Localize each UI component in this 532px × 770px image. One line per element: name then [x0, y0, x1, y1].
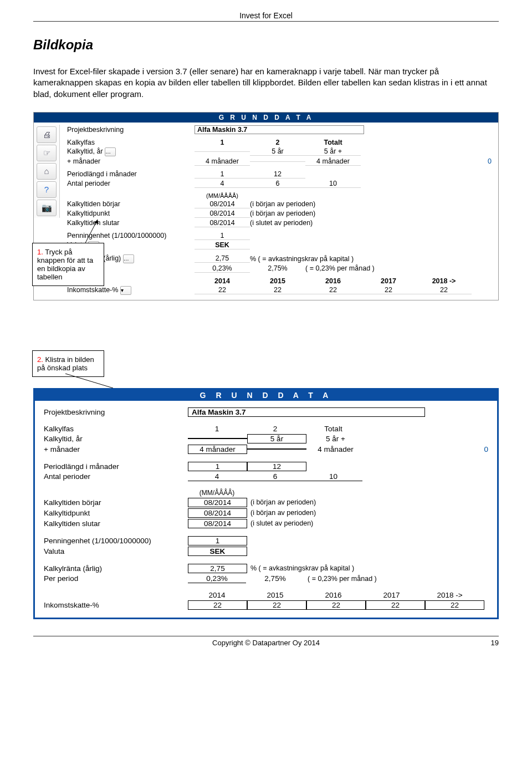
- page-header: Invest for Excel: [33, 11, 499, 22]
- section-heading: Bildkopia: [33, 37, 499, 53]
- ss-projbeskr-label: Projektbeskrivning: [67, 126, 195, 134]
- paste-tax-0: 22: [188, 600, 247, 610]
- ss-projbeskr-value: Alfa Maskin 3.7: [195, 125, 364, 134]
- ss-manader-tot: 4 månader: [305, 157, 361, 166]
- ss-pl-c2: 12: [250, 170, 305, 179]
- paste-tax-3: 22: [366, 600, 425, 610]
- ss-kalkylfas-label: Kalkylfas: [67, 139, 195, 146]
- paste-va-label: Valuta: [44, 547, 188, 555]
- ss-kalkylfas-tot: Totalt: [305, 139, 361, 146]
- paste-tax-4: 22: [425, 600, 484, 610]
- ss-ks-v: 08/2014: [195, 219, 250, 227]
- paste-ap-0: 4: [188, 472, 246, 481]
- paste-pp-v: 0,23%: [188, 574, 246, 583]
- ellipsis-icon[interactable]: …: [123, 254, 134, 263]
- paste-pl-1: 12: [247, 462, 306, 471]
- ss-va-v: SEK: [195, 241, 250, 249]
- ellipsis-icon[interactable]: …: [105, 147, 116, 156]
- callout-one-text: Tryck på knappen för att ta en bildkopia…: [37, 248, 93, 281]
- ss-tax-label: Inkomstskatte-% ▾: [67, 286, 195, 295]
- paste-kp-v: 08/2014: [188, 508, 247, 518]
- ss-manader-label: + månader: [67, 157, 195, 165]
- paste-ap-2: 10: [304, 472, 362, 481]
- ss-kb-note: (i början av perioden): [250, 200, 361, 208]
- paste-tax-2: 22: [306, 600, 366, 610]
- ss-tax-2: 22: [305, 286, 361, 294]
- ss-pp-note: ( = 0,23% per månad ): [305, 264, 416, 272]
- paste-year-2: 2016: [304, 591, 362, 599]
- paste-pe-v: 1: [188, 536, 247, 545]
- ss-pl-c1: 1: [195, 170, 250, 179]
- footer-copyright: Copyright © Datapartner Oy 2014: [188, 639, 344, 647]
- paste-year-1: 2015: [246, 591, 304, 599]
- callout-two-num: 2.: [37, 355, 43, 364]
- ss-kalkyltid-label: Kalkyltid, år …: [67, 147, 195, 156]
- ss-ap-c2: 6: [250, 180, 305, 188]
- paste-pp-note: ( = 0,23% per månad ): [304, 575, 377, 583]
- paste-kr-note: % ( = avkastningskrav på kapital ): [247, 564, 354, 572]
- ss-ap-label: Antal perioder: [67, 180, 195, 187]
- paste-man-2: 4 månader: [306, 445, 365, 453]
- home-icon[interactable]: ⌂: [37, 163, 57, 180]
- paste-pp-label: Per period: [44, 574, 188, 583]
- ss-kb-v: 08/2014: [195, 200, 250, 208]
- paste-ap-label: Antal perioder: [44, 472, 188, 481]
- screenshot-title-bar: G R U N D D A T A: [34, 113, 498, 123]
- ss-year-2: 2016: [305, 277, 361, 285]
- svg-line-2: [65, 374, 113, 388]
- paste-ks-v: 08/2014: [188, 519, 247, 528]
- paste-mm: (MM/ÅÅÅÅ): [188, 489, 246, 497]
- pasted-table: G R U N D D A T A Projektbeskrivning Alf…: [33, 388, 499, 619]
- ss-year-1: 2015: [250, 277, 305, 285]
- paste-man-1: [247, 448, 306, 450]
- ss-tax-4: 22: [416, 286, 472, 294]
- paste-ks-note: (i slutet av perioden): [247, 519, 313, 527]
- paste-proj-value: Alfa Maskin 3.7: [188, 407, 425, 417]
- ss-kp-note: (i början av perioden): [250, 210, 361, 217]
- ss-mm-label: (MM/ÅÅÅÅ): [195, 192, 250, 199]
- page-footer: Copyright © Datapartner Oy 2014 19: [33, 636, 499, 647]
- ss-kp-v: 08/2014: [195, 210, 250, 218]
- paste-man-label: + månader: [44, 445, 188, 453]
- paste-tax-label: Inkomstskatte-%: [44, 601, 188, 609]
- paste-pp-v2: 2,75%: [246, 574, 304, 583]
- paste-year-0: 2014: [188, 591, 246, 599]
- svg-marker-1: [94, 220, 99, 224]
- paste-va-v: SEK: [188, 547, 247, 556]
- ss-year-3: 2017: [361, 277, 416, 285]
- dropdown-icon[interactable]: ▾: [120, 286, 131, 295]
- ss-kalkyltid-c2: 5 år: [250, 147, 305, 156]
- paste-ap-1: 6: [246, 472, 304, 481]
- camera-icon[interactable]: 📷: [37, 200, 57, 216]
- ss-ap-tot: 10: [305, 180, 361, 188]
- paste-year-3: 2017: [362, 591, 421, 599]
- callout-two-text: Klistra in bilden på önskad plats: [37, 355, 94, 372]
- help-icon[interactable]: ?: [37, 181, 57, 198]
- paste-kr-v: 2,75: [188, 564, 247, 573]
- ss-tax-0: 22: [195, 286, 250, 294]
- screenshot-toolbar: 🖨 ☞ ⌂ ? 📷: [34, 125, 60, 218]
- paste-pe-label: Penningenhet (1/1000/1000000): [44, 537, 188, 545]
- paste-kb-note: (i början av perioden): [247, 498, 316, 506]
- paste-kt-1: 5 år: [247, 434, 306, 443]
- hand-icon[interactable]: ☞: [37, 145, 57, 161]
- ss-kb-label: Kalkyltiden börjar: [67, 200, 195, 208]
- paste-tax-1: 22: [247, 600, 306, 610]
- ss-kr-v: 2,75: [195, 254, 250, 263]
- paste-kp-note: (i början av perioden): [247, 509, 316, 517]
- ss-kalkylfas-2: 2: [250, 139, 305, 146]
- ss-ap-c1: 4: [195, 180, 250, 188]
- paste-proj-label: Projektbeskrivning: [44, 408, 188, 416]
- printer-icon[interactable]: 🖨: [37, 126, 57, 143]
- ss-tax-3: 22: [361, 286, 416, 294]
- paste-kb-v: 08/2014: [188, 498, 247, 507]
- paste-title: G R U N D D A T A: [35, 390, 497, 401]
- ss-pp-v: 0,23%: [195, 264, 250, 273]
- paste-kr-label: Kalkylränta (årlig): [44, 564, 188, 573]
- paste-kt-0: [188, 438, 247, 439]
- ss-manader-far: 0: [480, 157, 492, 165]
- paste-kf-0: 1: [188, 425, 246, 433]
- ss-pl-label: Periodlängd i månader: [67, 170, 195, 178]
- ss-kr-note: % ( = avkastningskrav på kapital ): [250, 255, 361, 263]
- paste-kp-label: Kalkyltidpunkt: [44, 509, 188, 517]
